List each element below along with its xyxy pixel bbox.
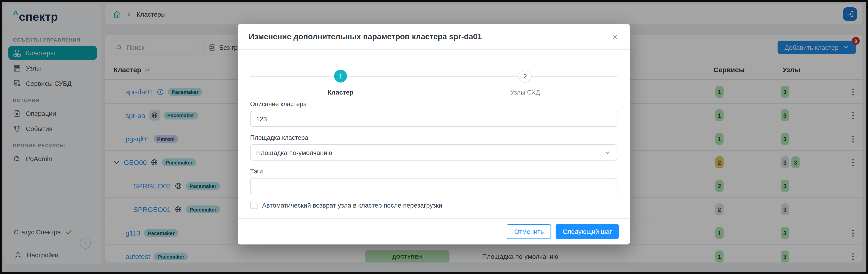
description-field-group: Описание кластера 123 (250, 100, 617, 127)
tags-label: Тэги (250, 168, 617, 175)
auto-return-label: Автоматический возврат узла в кластер по… (262, 202, 442, 209)
step-1-label: Кластер (328, 89, 353, 96)
close-icon[interactable] (612, 33, 619, 40)
edit-cluster-modal: Изменение дополнительных параметров клас… (238, 24, 630, 244)
step-2-circle: 2 (519, 70, 532, 83)
description-input[interactable]: 123 (250, 111, 617, 127)
chevron-down-icon (604, 149, 611, 156)
description-label: Описание кластера (250, 100, 617, 108)
next-step-button[interactable]: Следующий шаг (556, 224, 619, 239)
platform-label: Площадка кластера (250, 134, 617, 141)
platform-field-group: Площадка кластера Площадка по-умолчанию (250, 134, 617, 160)
modal-body: 1 2 Кластер Узлы СХД Описание кластера 1… (238, 50, 630, 218)
modal-header: Изменение дополнительных параметров клас… (238, 24, 630, 50)
stepper-line (250, 76, 617, 77)
step-1-circle: 1 (334, 70, 347, 83)
tags-field-group: Тэги (250, 168, 617, 194)
tags-input[interactable] (250, 178, 617, 194)
cancel-button[interactable]: Отменить (507, 224, 551, 239)
modal-footer: Отменить Следующий шаг (238, 218, 630, 244)
platform-select-value: Площадка по-умолчанию (256, 149, 332, 156)
app-window: ^спектр ОБЪЕКТЫ УПРАВЛЕНИЯ Кластеры Узлы… (0, 0, 868, 274)
auto-return-checkbox-row: Автоматический возврат узла в кластер по… (250, 202, 617, 209)
auto-return-checkbox[interactable] (250, 202, 257, 209)
stepper: 1 2 Кластер Узлы СХД (250, 59, 617, 100)
modal-title: Изменение дополнительных параметров клас… (249, 32, 612, 41)
step-2-label: Узлы СХД (510, 89, 540, 96)
platform-select[interactable]: Площадка по-умолчанию (250, 144, 617, 160)
